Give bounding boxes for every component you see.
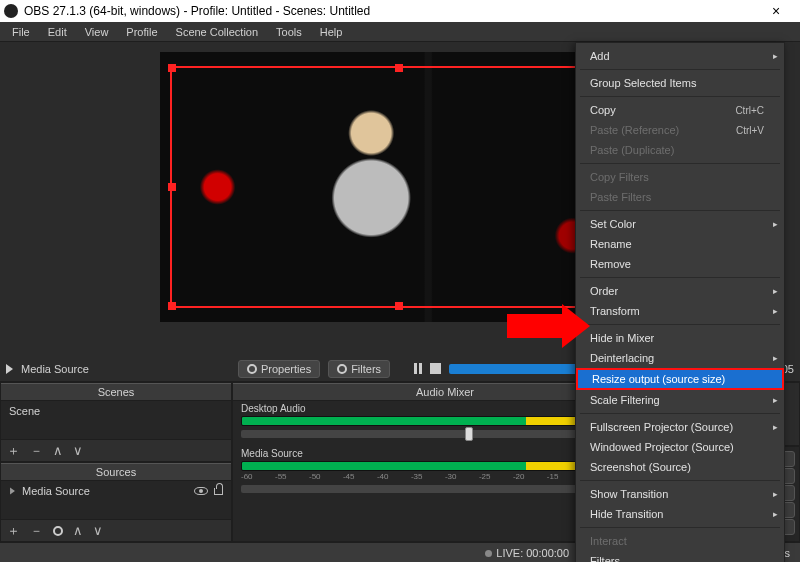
add-icon[interactable]: ＋ [7, 442, 20, 460]
context-menu-item[interactable]: Filters [576, 551, 784, 562]
menu-view[interactable]: View [77, 24, 117, 40]
stop-button[interactable] [430, 363, 441, 374]
remove-icon[interactable]: － [30, 442, 43, 460]
menu-item-label: Group Selected Items [590, 77, 696, 89]
sources-panel-title: Sources [1, 463, 231, 481]
menu-item-label: Paste Filters [590, 191, 651, 203]
menu-help[interactable]: Help [312, 24, 351, 40]
source-mode-label: Media Source [21, 363, 89, 375]
menu-separator [580, 527, 780, 528]
menu-scene-collection[interactable]: Scene Collection [168, 24, 267, 40]
app-icon [4, 4, 18, 18]
context-menu-item[interactable]: Fullscreen Projector (Source) [576, 417, 784, 437]
button-label: Properties [261, 363, 311, 375]
menu-item-label: Windowed Projector (Source) [590, 441, 734, 453]
menu-item-label: Copy [590, 104, 616, 116]
context-menu-item[interactable]: Order [576, 281, 784, 301]
filters-button[interactable]: Filters [328, 360, 390, 378]
source-controls-row: Media Source [0, 356, 232, 382]
menu-shortcut: Ctrl+V [736, 125, 764, 136]
context-menu-item[interactable]: Group Selected Items [576, 73, 784, 93]
context-menu-item[interactable]: Transform [576, 301, 784, 321]
resize-handle[interactable] [395, 302, 403, 310]
context-menu-item: Paste (Reference)Ctrl+V [576, 120, 784, 140]
window-title: OBS 27.1.3 (64-bit, windows) - Profile: … [24, 4, 370, 18]
down-icon[interactable]: ∨ [73, 443, 83, 458]
menu-shortcut: Ctrl+C [735, 105, 764, 116]
resize-handle[interactable] [168, 64, 176, 72]
context-menu-item: Interact [576, 531, 784, 551]
source-item[interactable]: Media Source [1, 481, 231, 501]
menu-item-label: Set Color [590, 218, 636, 230]
down-icon[interactable]: ∨ [93, 523, 103, 538]
eye-icon[interactable] [194, 487, 208, 495]
source-name: Media Source [22, 485, 188, 497]
up-icon[interactable]: ∧ [73, 523, 83, 538]
menu-item-label: Copy Filters [590, 171, 649, 183]
scene-item[interactable]: Scene [1, 401, 231, 421]
menu-edit[interactable]: Edit [40, 24, 75, 40]
menu-tools[interactable]: Tools [268, 24, 310, 40]
menu-separator [580, 324, 780, 325]
resize-handle[interactable] [168, 183, 176, 191]
context-menu-item: Copy Filters [576, 167, 784, 187]
menu-item-label: Show Transition [590, 488, 668, 500]
menu-separator [580, 277, 780, 278]
context-menu-item[interactable]: Rename [576, 234, 784, 254]
menu-separator [580, 210, 780, 211]
preview-canvas[interactable] [160, 52, 640, 322]
context-menu-item[interactable]: Deinterlacing [576, 348, 784, 368]
menu-separator [580, 413, 780, 414]
status-live: LIVE: 00:00:00 [485, 547, 569, 559]
remove-icon[interactable]: － [30, 522, 43, 540]
menu-item-label: Hide Transition [590, 508, 663, 520]
gear-icon[interactable] [53, 526, 63, 536]
lock-icon[interactable] [214, 488, 223, 495]
play-icon [6, 364, 13, 374]
context-menu-item[interactable]: Remove [576, 254, 784, 274]
context-menu-item: Paste Filters [576, 187, 784, 207]
channel-name: Media Source [241, 448, 303, 459]
context-menu-item[interactable]: Hide Transition [576, 504, 784, 524]
menu-separator [580, 96, 780, 97]
context-menu-item[interactable]: Scale Filtering [576, 390, 784, 410]
pause-button[interactable] [414, 363, 422, 374]
context-menu-item[interactable]: Add [576, 46, 784, 66]
slider-thumb[interactable] [465, 427, 473, 441]
context-menu-item[interactable]: Set Color [576, 214, 784, 234]
selection-box[interactable] [170, 66, 628, 308]
context-menu-item[interactable]: Windowed Projector (Source) [576, 437, 784, 457]
sources-toolbar: ＋ － ∧ ∨ [1, 519, 231, 541]
menu-profile[interactable]: Profile [118, 24, 165, 40]
menu-item-label: Remove [590, 258, 631, 270]
menu-item-label: Resize output (source size) [592, 373, 725, 385]
add-icon[interactable]: ＋ [7, 522, 20, 540]
resize-handle[interactable] [168, 302, 176, 310]
menu-item-label: Order [590, 285, 618, 297]
context-menu-item[interactable]: Resize output (source size) [576, 368, 784, 390]
menu-item-label: Paste (Duplicate) [590, 144, 674, 156]
dot-icon [485, 550, 492, 557]
channel-name: Desktop Audio [241, 403, 306, 414]
menu-separator [580, 163, 780, 164]
scenes-panel-title: Scenes [1, 383, 231, 401]
context-menu-item[interactable]: Show Transition [576, 484, 784, 504]
scenes-toolbar: ＋ － ∧ ∨ [1, 439, 231, 461]
menu-item-label: Transform [590, 305, 640, 317]
menu-item-label: Paste (Reference) [590, 124, 679, 136]
window-titlebar: OBS 27.1.3 (64-bit, windows) - Profile: … [0, 0, 800, 22]
scene-name: Scene [9, 405, 40, 417]
context-menu-item[interactable]: Screenshot (Source) [576, 457, 784, 477]
menu-separator [580, 480, 780, 481]
menu-item-label: Interact [590, 535, 627, 547]
context-menu-item[interactable]: CopyCtrl+C [576, 100, 784, 120]
resize-handle[interactable] [395, 64, 403, 72]
menu-item-label: Rename [590, 238, 632, 250]
properties-button[interactable]: Properties [238, 360, 320, 378]
close-icon[interactable]: × [756, 3, 796, 19]
menu-item-label: Screenshot (Source) [590, 461, 691, 473]
up-icon[interactable]: ∧ [53, 443, 63, 458]
context-menu-item[interactable]: Hide in Mixer [576, 328, 784, 348]
menu-separator [580, 69, 780, 70]
menu-file[interactable]: File [4, 24, 38, 40]
